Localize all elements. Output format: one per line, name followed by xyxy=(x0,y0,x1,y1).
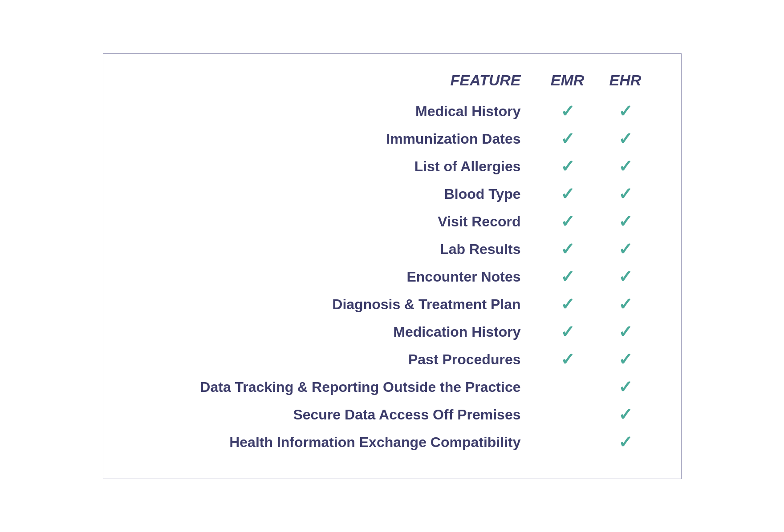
page-container: FEATURE EMR EHR Medical History✓✓Immuniz… xyxy=(0,0,784,532)
table-row: Lab Results✓✓ xyxy=(130,236,654,263)
ehr-check-cell: ✓ xyxy=(597,181,654,208)
check-icon: ✓ xyxy=(618,379,633,395)
check-icon: ✓ xyxy=(618,103,633,120)
emr-check-cell xyxy=(539,401,597,429)
feature-name-cell: Medical History xyxy=(130,98,539,125)
table-row: Medication History✓✓ xyxy=(130,318,654,346)
check-icon: ✓ xyxy=(618,296,633,313)
table-row: List of Allergies✓✓ xyxy=(130,153,654,181)
table-row: Medical History✓✓ xyxy=(130,98,654,125)
ehr-column-header: EHR xyxy=(597,72,654,98)
table-row: Diagnosis & Treatment Plan✓✓ xyxy=(130,291,654,318)
table-row: Immunization Dates✓✓ xyxy=(130,125,654,153)
feature-column-header: FEATURE xyxy=(130,72,539,98)
emr-check-cell: ✓ xyxy=(539,263,597,291)
check-icon: ✓ xyxy=(618,434,633,451)
check-icon: ✓ xyxy=(561,213,575,230)
feature-name-cell: Health Information Exchange Compatibilit… xyxy=(130,429,539,456)
ehr-check-cell: ✓ xyxy=(597,98,654,125)
check-icon: ✓ xyxy=(618,213,633,230)
table-row: Encounter Notes✓✓ xyxy=(130,263,654,291)
feature-name-cell: Past Procedures xyxy=(130,346,539,374)
check-icon: ✓ xyxy=(618,351,633,368)
emr-check-cell: ✓ xyxy=(539,125,597,153)
feature-name-cell: List of Allergies xyxy=(130,153,539,181)
feature-name-cell: Encounter Notes xyxy=(130,263,539,291)
emr-check-cell: ✓ xyxy=(539,153,597,181)
emr-check-cell: ✓ xyxy=(539,346,597,374)
check-icon: ✓ xyxy=(618,241,633,258)
table-row: Blood Type✓✓ xyxy=(130,181,654,208)
ehr-check-cell: ✓ xyxy=(597,401,654,429)
table-row: Past Procedures✓✓ xyxy=(130,346,654,374)
ehr-check-cell: ✓ xyxy=(597,236,654,263)
emr-ehr-comparison-table: FEATURE EMR EHR Medical History✓✓Immuniz… xyxy=(130,72,654,456)
ehr-check-cell: ✓ xyxy=(597,263,654,291)
feature-name-cell: Data Tracking & Reporting Outside the Pr… xyxy=(130,374,539,401)
ehr-check-cell: ✓ xyxy=(597,291,654,318)
feature-name-cell: Lab Results xyxy=(130,236,539,263)
feature-name-cell: Secure Data Access Off Premises xyxy=(130,401,539,429)
feature-name-cell: Blood Type xyxy=(130,181,539,208)
check-icon: ✓ xyxy=(618,406,633,423)
feature-name-cell: Diagnosis & Treatment Plan xyxy=(130,291,539,318)
table-row: Data Tracking & Reporting Outside the Pr… xyxy=(130,374,654,401)
emr-check-cell: ✓ xyxy=(539,236,597,263)
check-icon: ✓ xyxy=(561,103,575,120)
check-icon: ✓ xyxy=(618,158,633,175)
check-icon: ✓ xyxy=(561,296,575,313)
ehr-check-cell: ✓ xyxy=(597,153,654,181)
feature-name-cell: Immunization Dates xyxy=(130,125,539,153)
check-icon: ✓ xyxy=(618,323,633,340)
table-row: Health Information Exchange Compatibilit… xyxy=(130,429,654,456)
check-icon: ✓ xyxy=(618,185,633,202)
ehr-check-cell: ✓ xyxy=(597,125,654,153)
table-row: Visit Record✓✓ xyxy=(130,208,654,236)
check-icon: ✓ xyxy=(561,185,575,202)
emr-check-cell: ✓ xyxy=(539,291,597,318)
ehr-check-cell: ✓ xyxy=(597,346,654,374)
table-row: Secure Data Access Off Premises✓ xyxy=(130,401,654,429)
check-icon: ✓ xyxy=(561,241,575,258)
feature-name-cell: Medication History xyxy=(130,318,539,346)
emr-check-cell: ✓ xyxy=(539,208,597,236)
feature-name-cell: Visit Record xyxy=(130,208,539,236)
ehr-check-cell: ✓ xyxy=(597,208,654,236)
ehr-check-cell: ✓ xyxy=(597,429,654,456)
emr-check-cell: ✓ xyxy=(539,318,597,346)
ehr-check-cell: ✓ xyxy=(597,374,654,401)
emr-check-cell: ✓ xyxy=(539,98,597,125)
check-icon: ✓ xyxy=(561,351,575,368)
check-icon: ✓ xyxy=(561,130,575,147)
check-icon: ✓ xyxy=(618,130,633,147)
check-icon: ✓ xyxy=(561,158,575,175)
check-icon: ✓ xyxy=(561,323,575,340)
check-icon: ✓ xyxy=(618,268,633,285)
emr-check-cell xyxy=(539,429,597,456)
comparison-table-wrapper: FEATURE EMR EHR Medical History✓✓Immuniz… xyxy=(103,53,682,479)
emr-check-cell xyxy=(539,374,597,401)
check-icon: ✓ xyxy=(561,268,575,285)
ehr-check-cell: ✓ xyxy=(597,318,654,346)
emr-column-header: EMR xyxy=(539,72,597,98)
emr-check-cell: ✓ xyxy=(539,181,597,208)
